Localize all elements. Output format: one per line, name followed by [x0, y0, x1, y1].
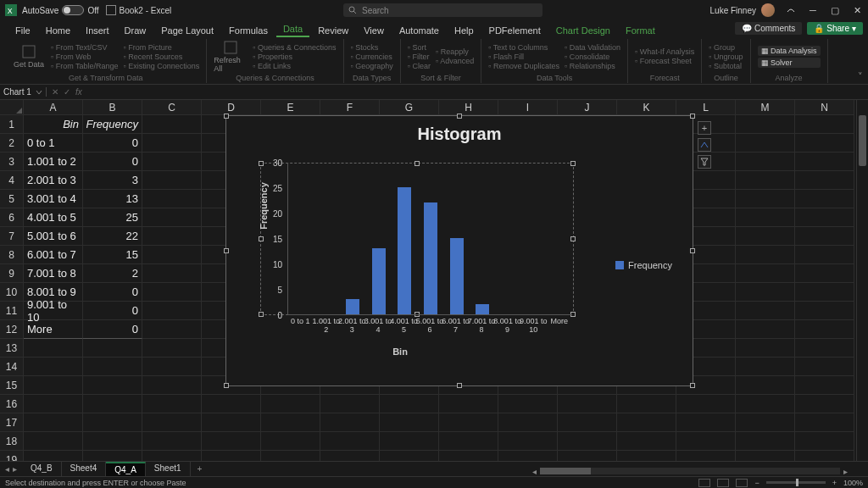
search-input[interactable]: Search — [343, 3, 542, 17]
normal-view-button[interactable] — [698, 479, 710, 487]
cell-J17[interactable] — [558, 413, 617, 432]
cell-B15[interactable] — [83, 376, 142, 395]
column-header-H[interactable]: H — [439, 100, 498, 115]
column-header-E[interactable]: E — [261, 100, 320, 115]
cell-K18[interactable] — [617, 432, 676, 451]
cell-L19[interactable] — [676, 451, 736, 461]
tab-file[interactable]: File — [8, 24, 37, 37]
cell-E18[interactable] — [261, 432, 320, 451]
cell-A7[interactable]: 5.001 to 6 — [24, 227, 83, 246]
column-header-N[interactable]: N — [795, 100, 854, 115]
cell-C19[interactable] — [142, 451, 202, 461]
cell-G19[interactable] — [380, 451, 439, 461]
existing-connections-button[interactable]: ▫ Existing Connections — [124, 62, 200, 70]
cell-D18[interactable] — [202, 432, 261, 451]
chart-object[interactable]: Histogram Frequency 051015202530 0 to 11… — [225, 115, 693, 386]
solver-button[interactable]: ▦ Solver — [758, 58, 821, 68]
close-icon[interactable]: ✕ — [851, 4, 863, 16]
cell-J19[interactable] — [558, 451, 617, 461]
remove-duplicates-button[interactable]: ▫ Remove Duplicates — [488, 62, 559, 70]
queries-&-connections-button[interactable]: ▫ Queries & Connections — [253, 43, 336, 52]
column-header-M[interactable]: M — [736, 100, 795, 115]
cell-B2[interactable]: 0 — [83, 134, 142, 152]
cell-M18[interactable] — [736, 432, 795, 451]
chart-title[interactable]: Histogram — [226, 125, 693, 144]
row-header-5[interactable]: 5 — [0, 190, 24, 208]
cell-A14[interactable] — [24, 358, 83, 376]
tab-review[interactable]: Review — [311, 24, 355, 37]
name-box[interactable]: Chart 1 — [0, 87, 47, 97]
chart-filters-button[interactable] — [698, 155, 711, 169]
data-validation-button[interactable]: ▫ Data Validation — [565, 43, 620, 52]
x-axis-label[interactable]: Bin — [226, 347, 574, 357]
bar[interactable] — [372, 248, 386, 314]
row-header-14[interactable]: 14 — [0, 358, 24, 376]
minimize-icon[interactable]: ─ — [807, 4, 819, 16]
cell-L17[interactable] — [676, 413, 736, 432]
bar[interactable] — [398, 187, 411, 314]
cell-N13[interactable] — [795, 339, 854, 358]
zoom-slider[interactable] — [766, 481, 826, 484]
cell-A12[interactable]: More — [24, 320, 83, 339]
sheet-tab-q4_b[interactable]: Q4_B — [22, 462, 62, 476]
sheet-nav-next[interactable]: ▸ — [13, 464, 17, 474]
reapply-button[interactable]: ▫ Reapply — [436, 47, 474, 56]
cell-A4[interactable]: 2.001 to 3 — [24, 171, 83, 190]
tab-data[interactable]: Data — [276, 22, 309, 37]
cell-M14[interactable] — [736, 358, 795, 376]
cell-B6[interactable]: 25 — [83, 208, 142, 227]
get-data-button[interactable]: Get Data — [12, 44, 46, 69]
cell-C13[interactable] — [142, 339, 202, 358]
page-break-view-button[interactable] — [736, 479, 748, 487]
cell-C17[interactable] — [142, 413, 202, 432]
cell-I19[interactable] — [498, 451, 558, 461]
recent-sources-button[interactable]: ▫ Recent Sources — [124, 53, 200, 61]
cell-M4[interactable] — [736, 171, 795, 190]
zoom-out-button[interactable]: − — [754, 479, 759, 487]
from-picture-button[interactable]: ▫ From Picture — [124, 43, 200, 52]
column-header-C[interactable]: C — [142, 100, 202, 115]
tab-chart-design[interactable]: Chart Design — [549, 24, 617, 37]
cell-L18[interactable] — [676, 432, 736, 451]
cell-N10[interactable] — [795, 283, 854, 302]
cell-N12[interactable] — [795, 320, 854, 339]
cell-H19[interactable] — [439, 451, 498, 461]
autosave-toggle[interactable]: AutoSave Off — [22, 5, 99, 15]
cell-M17[interactable] — [736, 413, 795, 432]
cell-B3[interactable]: 0 — [83, 152, 142, 171]
cell-E16[interactable] — [261, 395, 320, 413]
cell-M2[interactable] — [736, 134, 795, 152]
bar[interactable] — [346, 299, 359, 314]
cell-F19[interactable] — [320, 451, 380, 461]
from-table/range-button[interactable]: ▫ From Table/Range — [51, 62, 119, 70]
select-all-button[interactable] — [0, 100, 24, 115]
user-account[interactable]: Luke Finney — [710, 3, 775, 17]
cell-A6[interactable]: 4.001 to 5 — [24, 208, 83, 227]
column-header-J[interactable]: J — [558, 100, 617, 115]
from-text/csv-button[interactable]: ▫ From Text/CSV — [51, 43, 119, 52]
cell-C18[interactable] — [142, 432, 202, 451]
cell-N2[interactable] — [795, 134, 854, 152]
consolidate-button[interactable]: ▫ Consolidate — [565, 53, 620, 61]
cell-C4[interactable] — [142, 171, 202, 190]
row-header-2[interactable]: 2 — [0, 134, 24, 152]
cell-K16[interactable] — [617, 395, 676, 413]
tab-formulas[interactable]: Formulas — [222, 24, 275, 37]
bar[interactable] — [424, 202, 437, 314]
cell-I16[interactable] — [498, 395, 558, 413]
cell-A11[interactable]: 9.001 to 10 — [24, 302, 83, 320]
data-analysis-button[interactable]: ▦ Data Analysis — [758, 46, 821, 56]
cell-C3[interactable] — [142, 152, 202, 171]
cell-M9[interactable] — [736, 264, 795, 283]
cell-N5[interactable] — [795, 190, 854, 208]
text-to-columns-button[interactable]: ▫ Text to Columns — [488, 43, 559, 52]
cell-N8[interactable] — [795, 246, 854, 264]
cell-A1[interactable]: Bin — [24, 115, 83, 134]
sort-button[interactable]: ▫ Sort — [408, 43, 431, 52]
cell-N19[interactable] — [795, 451, 854, 461]
cell-G16[interactable] — [380, 395, 439, 413]
cell-E17[interactable] — [261, 413, 320, 432]
comments-button[interactable]: 💬 Comments — [735, 22, 802, 35]
what-if-analysis-button[interactable]: ▫ What-If Analysis — [635, 47, 694, 56]
sheet-tab-sheet4[interactable]: Sheet4 — [62, 462, 107, 476]
